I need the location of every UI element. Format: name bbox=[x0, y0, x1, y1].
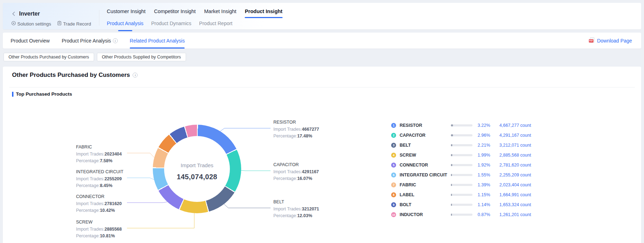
nav-tab-market-insight[interactable]: Market Insight bbox=[204, 7, 236, 18]
ranking-row-label[interactable]: 8LABEL1.15%1,664,991 count bbox=[391, 192, 543, 198]
rank-badge: 10 bbox=[391, 212, 396, 217]
ranking-product-name: BOLT bbox=[400, 202, 411, 207]
callout-product-name: CONNECTOR bbox=[76, 194, 129, 200]
callout-product-name: FABRIC bbox=[76, 145, 129, 151]
ranking-progress-fill bbox=[451, 124, 453, 126]
nav-tab-competitor-insight[interactable]: Competitor Insight bbox=[154, 7, 196, 18]
callout-percentage: Percentage:12.03% bbox=[273, 213, 326, 219]
toolbar-tab-label: Product Price Analysis bbox=[62, 38, 111, 44]
callout-import-trades: Import Trades:2255209 bbox=[76, 176, 129, 182]
download-page-button[interactable]: PDF Download Page bbox=[588, 33, 632, 49]
callout-trades-label: Import Trades: bbox=[76, 176, 105, 181]
insight-nav-tabs: Customer InsightCompetitor InsightMarket… bbox=[107, 7, 283, 18]
toolbar-tab-product-price-analysis[interactable]: Product Price Analysisi bbox=[62, 33, 117, 49]
callout-trades-value: 4291167 bbox=[302, 169, 319, 174]
download-page-label: Download Page bbox=[597, 38, 632, 44]
ranking-row-screw[interactable]: 4SCREW1.99%2,885,568 count bbox=[391, 152, 543, 158]
filter-button-other-products-supplied-by-competitors[interactable]: Other Products Supplied by Competitors bbox=[97, 53, 186, 61]
sub-tab-product-report[interactable]: Product Report bbox=[199, 21, 232, 29]
ranking-count: 2,885,568 count bbox=[499, 153, 531, 158]
header-divider bbox=[99, 10, 99, 26]
callout-pct-label: Percentage: bbox=[273, 213, 297, 218]
target-icon bbox=[11, 21, 16, 27]
ranking-percentage: 2.21% bbox=[466, 143, 490, 148]
sub-tab-product-analysis[interactable]: Product Analysis bbox=[107, 21, 144, 29]
callout-pct-value: 8.45% bbox=[100, 183, 112, 188]
solution-settings-link[interactable]: Solution settings bbox=[11, 21, 51, 27]
callout-import-trades: Import Trades:2023404 bbox=[76, 151, 129, 158]
ranking-count: 3,212,071 count bbox=[499, 143, 531, 148]
donut-center: Import Trades 145,074,028 bbox=[164, 136, 230, 202]
sub-tab-product-dynamics[interactable]: Product Dynamics bbox=[151, 21, 192, 29]
quick-links: Solution settings Trade Record bbox=[11, 21, 91, 27]
callout-resistor: RESISTORImport Trades:4667277Percentage:… bbox=[273, 120, 326, 140]
clipboard-icon bbox=[57, 21, 62, 27]
solution-settings-label: Solution settings bbox=[17, 21, 51, 27]
ranking-percentage: 3.22% bbox=[466, 123, 490, 128]
rank-badge: 2 bbox=[391, 133, 396, 138]
ranking-product-name: INDUCTOR bbox=[400, 212, 423, 217]
toolbar-tab-related-product-analysis[interactable]: Related Product Analysis bbox=[130, 33, 185, 49]
ranking-percentage: 0.87% bbox=[466, 212, 490, 217]
callout-trades-label: Import Trades: bbox=[273, 127, 302, 132]
rank-badge: 5 bbox=[391, 163, 396, 168]
ranking-row-belt[interactable]: 3BELT2.21%3,212,071 count bbox=[391, 142, 543, 148]
ranking-count: 1,653,324 count bbox=[499, 202, 531, 207]
callout-connector: CONNECTORImport Trades:2781620Percentage… bbox=[76, 194, 129, 214]
ranking-percentage: 1.92% bbox=[466, 163, 490, 168]
callout-pct-value: 10.42% bbox=[100, 208, 115, 213]
callout-trades-label: Import Trades: bbox=[76, 152, 105, 157]
callout-pct-value: 16.07% bbox=[297, 176, 312, 181]
nav-tab-product-insight[interactable]: Product Insight bbox=[245, 7, 282, 18]
callout-pct-label: Percentage: bbox=[273, 134, 297, 139]
ranking-product-name: CAPACITOR bbox=[400, 133, 425, 138]
ranking-count: 4,667,277 count bbox=[499, 123, 531, 128]
callout-percentage: Percentage:8.45% bbox=[76, 182, 129, 189]
page-title: Inverter bbox=[19, 11, 40, 17]
ranking-percentage: 1.14% bbox=[466, 202, 490, 207]
callout-product-name: BELT bbox=[273, 199, 326, 206]
callout-import-trades: Import Trades:3212071 bbox=[273, 206, 326, 213]
top-header-bar: Inverter Solution settings Trade Record … bbox=[3, 3, 641, 29]
ranking-row-bolt[interactable]: 9BOLT1.14%1,653,324 count bbox=[391, 202, 543, 208]
callout-screw: SCREWImport Trades:2885568Percentage:10.… bbox=[76, 220, 129, 239]
related-product-analysis-card: Other Products Purchased by Customers i … bbox=[3, 67, 641, 243]
analysis-toolbar: Product OverviewProduct Price AnalysisiR… bbox=[3, 33, 641, 49]
callout-trades-label: Import Trades: bbox=[273, 207, 302, 211]
callout-product-name: CAPACITOR bbox=[273, 162, 326, 169]
ranking-percentage: 1.99% bbox=[466, 153, 490, 158]
trade-record-link[interactable]: Trade Record bbox=[57, 21, 91, 27]
callout-trades-value: 3212071 bbox=[302, 207, 319, 211]
back-icon[interactable] bbox=[11, 11, 16, 17]
ranking-count: 4,291,167 count bbox=[499, 133, 531, 138]
callout-pct-value: 7.58% bbox=[100, 158, 112, 163]
rank-badge: 8 bbox=[391, 192, 396, 197]
callout-trades-value: 2023404 bbox=[105, 152, 122, 157]
ranking-product-name: INTEGRATED CIRCUIT bbox=[400, 173, 447, 177]
section-info-icon[interactable]: i bbox=[133, 73, 138, 78]
callout-pct-value: 10.81% bbox=[100, 233, 115, 238]
ranking-row-integrated-circuit[interactable]: 6INTEGRATED CIRCUIT1.55%2,255,209 count bbox=[391, 172, 543, 178]
info-icon[interactable]: i bbox=[113, 38, 118, 43]
ranking-progress-fill bbox=[451, 214, 452, 216]
ranking-row-inductor[interactable]: 10INDUCTOR0.87%1,261,201 count bbox=[391, 211, 543, 218]
callout-fabric: FABRICImport Trades:2023404Percentage:7.… bbox=[76, 145, 129, 164]
nav-tab-customer-insight[interactable]: Customer Insight bbox=[107, 7, 146, 18]
ranking-count: 1,261,201 count bbox=[499, 212, 531, 217]
toolbar-tab-product-overview[interactable]: Product Overview bbox=[11, 33, 50, 49]
callout-import-trades: Import Trades:2781620 bbox=[76, 200, 129, 207]
ranking-row-fabric[interactable]: 7FABRIC1.39%2,023,404 count bbox=[391, 182, 543, 188]
ranking-percentage: 1.15% bbox=[466, 192, 490, 197]
trade-record-label: Trade Record bbox=[63, 21, 91, 27]
product-sub-tabs: Product AnalysisProduct DynamicsProduct … bbox=[107, 21, 232, 29]
ranking-percentage: 2.96% bbox=[466, 133, 490, 138]
filter-button-other-products-purchased-by-customers[interactable]: Other Products Purchased by Customers bbox=[4, 53, 94, 61]
callout-trades-value: 2781620 bbox=[105, 201, 122, 206]
ranking-row-resistor[interactable]: 1RESISTOR3.22%4,667,277 count bbox=[391, 122, 543, 129]
callout-trades-label: Import Trades: bbox=[76, 227, 105, 232]
callout-pct-label: Percentage: bbox=[76, 183, 100, 188]
ranking-progress-fill bbox=[451, 174, 452, 176]
ranking-row-capacitor[interactable]: 2CAPACITOR2.96%4,291,167 count bbox=[391, 132, 543, 139]
ranking-row-connector[interactable]: 5CONNECTOR1.92%2,781,620 count bbox=[391, 162, 543, 168]
callout-pct-label: Percentage: bbox=[273, 176, 297, 181]
